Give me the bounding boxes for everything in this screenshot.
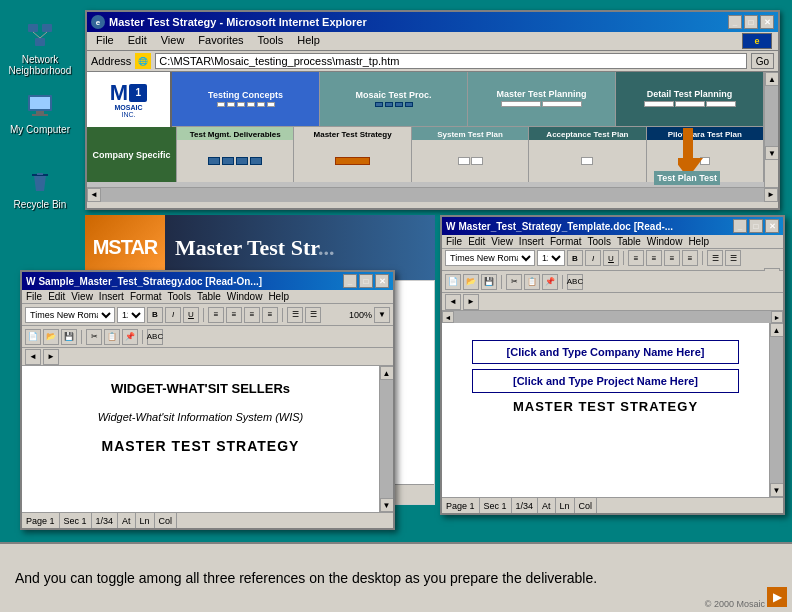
- tmpl-view-menu[interactable]: View: [491, 236, 513, 247]
- align-right-btn[interactable]: ≡: [244, 307, 260, 323]
- scroll-right-button[interactable]: ►: [764, 188, 778, 202]
- master-test-planning-cell[interactable]: Master Test Planning: [468, 72, 616, 126]
- tmpl-scroll-down[interactable]: ▼: [770, 483, 784, 497]
- tmpl-save-btn[interactable]: 💾: [481, 274, 497, 290]
- company-specific-label[interactable]: Company Specific: [87, 127, 177, 182]
- sample-new-btn[interactable]: 📄: [25, 329, 41, 345]
- system-test-plan-cell[interactable]: System Test Plan: [412, 127, 529, 182]
- template-font-select[interactable]: Times New Roman: [445, 250, 535, 266]
- view-menu[interactable]: View: [158, 33, 188, 49]
- tmpl-cut-btn[interactable]: ✂: [506, 274, 522, 290]
- align-justify-btn[interactable]: ≡: [262, 307, 278, 323]
- align-center-btn[interactable]: ≡: [226, 307, 242, 323]
- sample-italic-btn[interactable]: I: [165, 307, 181, 323]
- sample-window-menu[interactable]: Window: [227, 291, 263, 302]
- sample-minimize-btn[interactable]: _: [343, 274, 357, 288]
- my-computer-icon[interactable]: My Computer: [10, 90, 70, 135]
- tmpl-scroll-up[interactable]: ▲: [770, 323, 784, 337]
- network-neighborhood-icon[interactable]: Network Neighborhood: [10, 20, 70, 76]
- help-menu[interactable]: Help: [294, 33, 323, 49]
- tmpl-table-menu[interactable]: Table: [617, 236, 641, 247]
- tmpl-paste-btn[interactable]: 📌: [542, 274, 558, 290]
- template-minimize-btn[interactable]: _: [733, 219, 747, 233]
- click-project-box[interactable]: [Click and Type Project Name Here]: [472, 369, 739, 393]
- sample-close-btn[interactable]: ✕: [375, 274, 389, 288]
- tmpl-help-menu[interactable]: Help: [688, 236, 709, 247]
- testing-concepts-cell[interactable]: Testing Concepts: [172, 72, 320, 126]
- sample-forward-btn[interactable]: ►: [43, 349, 59, 365]
- tmpl-format-menu[interactable]: Format: [550, 236, 582, 247]
- sample-scroll-down[interactable]: ▼: [380, 498, 394, 512]
- sample-size-select[interactable]: 12: [117, 307, 145, 323]
- tmpl-insert-menu[interactable]: Insert: [519, 236, 544, 247]
- sample-back-btn[interactable]: ◄: [25, 349, 41, 365]
- sample-scroll-up[interactable]: ▲: [380, 366, 394, 380]
- scroll-up-button[interactable]: ▲: [765, 72, 778, 86]
- file-menu[interactable]: File: [93, 33, 117, 49]
- tmpl-copy-btn[interactable]: 📋: [524, 274, 540, 290]
- sample-maximize-btn[interactable]: □: [359, 274, 373, 288]
- ie-scrollbar[interactable]: ▲ ▼: [764, 72, 778, 187]
- tmpl-forward-btn[interactable]: ►: [463, 294, 479, 310]
- detail-test-planning-cell[interactable]: Detail Test Planning: [616, 72, 764, 126]
- favorites-menu[interactable]: Favorites: [195, 33, 246, 49]
- minimize-button[interactable]: _: [728, 15, 742, 29]
- tools-menu[interactable]: Tools: [255, 33, 287, 49]
- tmpl-file-menu[interactable]: File: [446, 236, 462, 247]
- sample-save-btn[interactable]: 💾: [61, 329, 77, 345]
- template-size-select[interactable]: 12: [537, 250, 565, 266]
- sample-view-menu[interactable]: View: [71, 291, 93, 302]
- sample-tools-menu[interactable]: Tools: [168, 291, 191, 302]
- template-scrollbar[interactable]: ▲ ▼: [769, 323, 783, 497]
- sample-copy-btn[interactable]: 📋: [104, 329, 120, 345]
- go-button[interactable]: Go: [751, 53, 774, 69]
- tmpl-tools-menu[interactable]: Tools: [588, 236, 611, 247]
- tmpl-back-btn[interactable]: ◄: [445, 294, 461, 310]
- tmpl-italic-btn[interactable]: I: [585, 250, 601, 266]
- test-mgmt-deliverables-cell[interactable]: Test Mgmt. Deliverables: [177, 127, 294, 182]
- address-input[interactable]: [155, 53, 746, 69]
- tmpl-align-right-btn[interactable]: ≡: [664, 250, 680, 266]
- tmpl-scroll-right[interactable]: ►: [771, 311, 783, 323]
- play-button[interactable]: ▶: [767, 587, 787, 607]
- tmpl-open-btn[interactable]: 📂: [463, 274, 479, 290]
- tmpl-align-just-btn[interactable]: ≡: [682, 250, 698, 266]
- sample-underline-btn[interactable]: U: [183, 307, 199, 323]
- sample-file-menu[interactable]: File: [26, 291, 42, 302]
- tmpl-scroll-left[interactable]: ◄: [442, 311, 454, 323]
- tmpl-num-list-btn[interactable]: ☰: [725, 250, 741, 266]
- scroll-down-button[interactable]: ▼: [765, 146, 778, 160]
- recycle-bin-icon[interactable]: Recycle Bin: [10, 165, 70, 210]
- scroll-left-button[interactable]: ◄: [87, 188, 101, 202]
- click-company-box[interactable]: [Click and Type Company Name Here]: [472, 340, 739, 364]
- sample-open-btn[interactable]: 📂: [43, 329, 59, 345]
- list-btn[interactable]: ☰: [287, 307, 303, 323]
- acceptance-test-plan-cell[interactable]: Acceptance Test Plan: [529, 127, 646, 182]
- sample-help-menu[interactable]: Help: [268, 291, 289, 302]
- sample-table-menu[interactable]: Table: [197, 291, 221, 302]
- sample-bold-btn[interactable]: B: [147, 307, 163, 323]
- edit-menu[interactable]: Edit: [125, 33, 150, 49]
- align-left-btn[interactable]: ≡: [208, 307, 224, 323]
- tmpl-bold-btn[interactable]: B: [567, 250, 583, 266]
- template-maximize-btn[interactable]: □: [749, 219, 763, 233]
- sample-font-select[interactable]: Times New Roman: [25, 307, 115, 323]
- tmpl-align-center-btn[interactable]: ≡: [646, 250, 662, 266]
- sample-cut-btn[interactable]: ✂: [86, 329, 102, 345]
- sample-format-menu[interactable]: Format: [130, 291, 162, 302]
- tmpl-edit-menu[interactable]: Edit: [468, 236, 485, 247]
- mosaic-proc-cell[interactable]: Mosaic Test Proc.: [320, 72, 468, 126]
- tmpl-align-left-btn[interactable]: ≡: [628, 250, 644, 266]
- sample-scrollbar[interactable]: ▲ ▼: [379, 366, 393, 512]
- tmpl-window-menu[interactable]: Window: [647, 236, 683, 247]
- sample-paste-btn[interactable]: 📌: [122, 329, 138, 345]
- master-test-strategy-cell[interactable]: Master Test Strategy: [294, 127, 411, 182]
- sample-edit-menu[interactable]: Edit: [48, 291, 65, 302]
- tmpl-list-btn[interactable]: ☰: [707, 250, 723, 266]
- sample-insert-menu[interactable]: Insert: [99, 291, 124, 302]
- tmpl-new-btn[interactable]: 📄: [445, 274, 461, 290]
- close-button[interactable]: ✕: [760, 15, 774, 29]
- zoom-dropdown-btn[interactable]: ▼: [374, 307, 390, 323]
- tmpl-spell-btn[interactable]: ABC: [567, 274, 583, 290]
- maximize-button[interactable]: □: [744, 15, 758, 29]
